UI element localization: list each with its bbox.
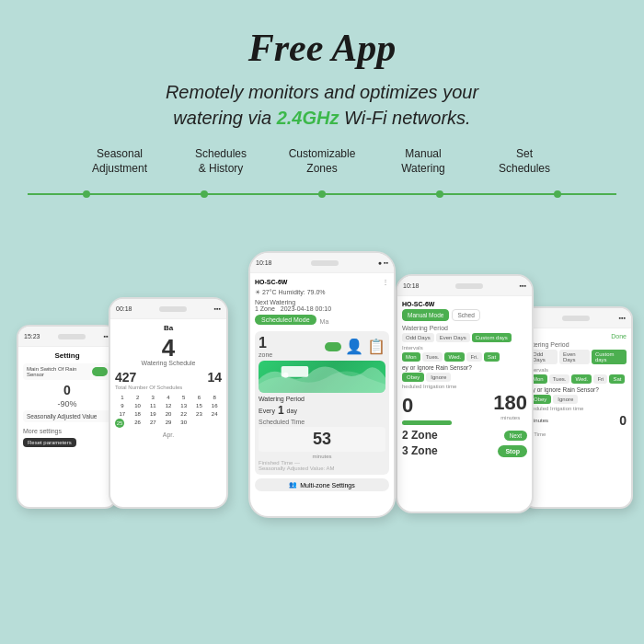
feature-zones-line1: Customizable xyxy=(289,147,356,162)
phone-3-person-group-icon: 👥 xyxy=(289,481,297,489)
phone-5-tues[interactable]: Tues. xyxy=(549,374,570,384)
phone-5-done[interactable]: Done xyxy=(529,333,627,339)
phone-2-signal: ▪▪▪ xyxy=(214,305,221,312)
phone-5-ignore[interactable]: Ignore xyxy=(553,395,578,404)
feature-set-schedules: Set Schedules xyxy=(474,147,575,176)
cal-30: 30 xyxy=(177,419,191,428)
phone-4-days: Mon Tues. Wed. Fri. Sat xyxy=(402,352,527,362)
cal-3: 3 xyxy=(145,394,160,401)
phone-4-tues[interactable]: Tues. xyxy=(422,352,443,362)
phone-2: 00:18 ▪▪▪ Ba 4 Watering Schedule 427 Tot… xyxy=(109,297,228,509)
phone-1-time: 15:23 xyxy=(24,333,40,339)
svg-point-5 xyxy=(554,190,561,198)
phones-area: 15:23 ▪▪▪ Setting Main Switch Of Rain Se… xyxy=(0,214,644,527)
cal-17: 17 xyxy=(115,410,130,418)
phone-4-custom-days[interactable]: Custom days xyxy=(472,333,512,342)
phone-5-fri[interactable]: Fri xyxy=(593,374,607,384)
phone-3-time: 10:18 xyxy=(256,259,272,266)
phone-4-sat[interactable]: Sat xyxy=(484,352,500,362)
phone-5-zero: 0 xyxy=(619,413,627,428)
phone-4-mon[interactable]: Mon xyxy=(402,352,420,362)
phone-4-watering-period: Watering Period xyxy=(402,325,527,331)
subtitle-part1: Remotely monitors and optimizes your xyxy=(166,82,478,102)
phone-4-wed[interactable]: Wed. xyxy=(444,352,465,362)
phone-4-stop-btn[interactable]: Stop xyxy=(498,445,527,457)
phone-4-ignore[interactable]: Ignore xyxy=(426,373,451,382)
phone-4-obey[interactable]: Obey xyxy=(402,373,424,382)
phone-4-watering-time: 0 xyxy=(402,394,413,418)
phone-5-even-days[interactable]: Even Days xyxy=(559,350,590,364)
phone-5-custom-days[interactable]: Custom days xyxy=(592,350,627,364)
cal-12: 12 xyxy=(161,402,176,409)
phone-3-temp-val: 27°C xyxy=(262,289,277,295)
phone-5-sat[interactable]: Sat xyxy=(609,374,625,384)
svg-point-1 xyxy=(83,190,90,198)
feature-manual: Manual Watering xyxy=(373,147,474,176)
phone-5-interval-options: Odd Days Even Days Custom days xyxy=(529,350,627,364)
cal-19: 19 xyxy=(145,410,160,418)
svg-rect-7 xyxy=(282,366,309,377)
phone-4-odd-days[interactable]: Odd Days xyxy=(402,333,434,342)
phone-5-watering-period: atering Period xyxy=(529,341,627,348)
phone-4-header: 10:18 ▪▪▪ xyxy=(397,276,532,296)
phone-5-obey-ignore: Obey Ignore xyxy=(529,395,627,404)
feature-set-line1: Set xyxy=(516,147,533,162)
phone-3-zones: 1 Zone xyxy=(255,305,275,312)
phone-1-title: Setting xyxy=(23,351,111,360)
phone-4-next-btn[interactable]: Next xyxy=(504,431,527,441)
cal-23: 23 xyxy=(192,410,207,418)
phone-1-toggle[interactable] xyxy=(92,367,108,376)
phone-4-notch xyxy=(455,283,483,289)
phone-3-every-row: Every 1 day xyxy=(259,404,385,417)
phone-3-temp: ☀ 27°C Humidity: 79.0% xyxy=(255,289,389,296)
phone-3-seasonal: Seasonally Adjusted Value: AM xyxy=(259,466,385,471)
phone-2-header: 00:18 ▪▪▪ xyxy=(110,299,226,319)
phone-3-zone-info: Next Watering 1 Zone 2023-04-18 00:10 xyxy=(255,299,389,312)
phone-4-even-days[interactable]: Even Days xyxy=(436,333,470,342)
phone-2-num2: 14 xyxy=(207,370,222,385)
phone-4-fri[interactable]: Fri. xyxy=(466,352,482,362)
feature-seasonal: Seasonal Adjustment xyxy=(69,147,170,176)
phone-3-green-chart xyxy=(259,361,385,393)
phone-5-content: Done atering Period Odd Days Even Days C… xyxy=(524,328,631,507)
phone-3-menu-icon: ⋮ xyxy=(382,278,389,286)
svg-point-4 xyxy=(436,190,443,198)
phone-1-seasonal-label: Seasonally Adjusted Value xyxy=(27,413,98,420)
phone-3-signal: ● ▪▪ xyxy=(378,259,388,266)
svg-point-2 xyxy=(201,190,208,198)
phone-5-time-row: minutes 0 xyxy=(529,413,627,428)
phone-3-scheduled-time: Scheduled Time xyxy=(259,419,385,425)
phone-3-period: Watering Period xyxy=(259,396,385,402)
phone-3-header: 10:18 ● ▪▪ xyxy=(250,253,394,273)
subtitle-part2: watering via xyxy=(173,108,276,128)
phone-5-rain-q: ey or Ignore Rain Sensor? xyxy=(529,386,627,393)
feature-seasonal-line1: Seasonal xyxy=(97,147,143,162)
phone-3-zone-toggle[interactable] xyxy=(325,342,341,351)
phone-1: 15:23 ▪▪▪ Setting Main Switch Of Rain Se… xyxy=(17,325,118,509)
features-bar: Seasonal Adjustment Schedules & History … xyxy=(28,147,616,176)
phone-5-wed[interactable]: Wed. xyxy=(571,374,592,384)
phone-3-zone-label: zone xyxy=(259,351,272,358)
cal-18: 18 xyxy=(131,410,145,418)
phone-3-zone-icons: 👤 📋 xyxy=(325,338,385,355)
subtitle-highlight: 2.4GHz xyxy=(277,108,339,128)
cal-25: 25 xyxy=(115,419,124,428)
phone-4-zone3-row: 3 Zone Stop xyxy=(402,444,527,457)
phone-4-device: HO-SC-6W xyxy=(402,301,527,307)
phone-3-multi-zones-btn[interactable]: 👥 Multi-zone Settings xyxy=(255,478,389,491)
feature-schedules: Schedules & History xyxy=(170,147,271,176)
phone-3-chart-svg xyxy=(259,362,385,394)
phone-5-signal: ▪▪▪ xyxy=(619,315,626,321)
phone-5-intervals: ntervals xyxy=(529,367,627,373)
phone-3-mode-badge[interactable]: Scheduled Mode xyxy=(255,315,316,325)
phone-3-zone-num: 1 xyxy=(259,335,272,351)
dot-line-svg xyxy=(28,189,616,200)
phone-4-irrigation: heduled Irrigation time xyxy=(402,384,527,389)
phone-4-time-display: 0 180 minutes xyxy=(402,391,527,420)
cal-5: 5 xyxy=(177,394,191,401)
phone-4-sched-tab[interactable]: Sched xyxy=(452,309,479,321)
phone-4-manual-tab[interactable]: Manual Mode xyxy=(402,309,449,321)
phone-1-reset[interactable]: Reset parameters xyxy=(23,438,76,447)
cal-13: 13 xyxy=(177,402,191,409)
phone-3-app-header: HO-SC-6W ⋮ xyxy=(255,278,389,286)
